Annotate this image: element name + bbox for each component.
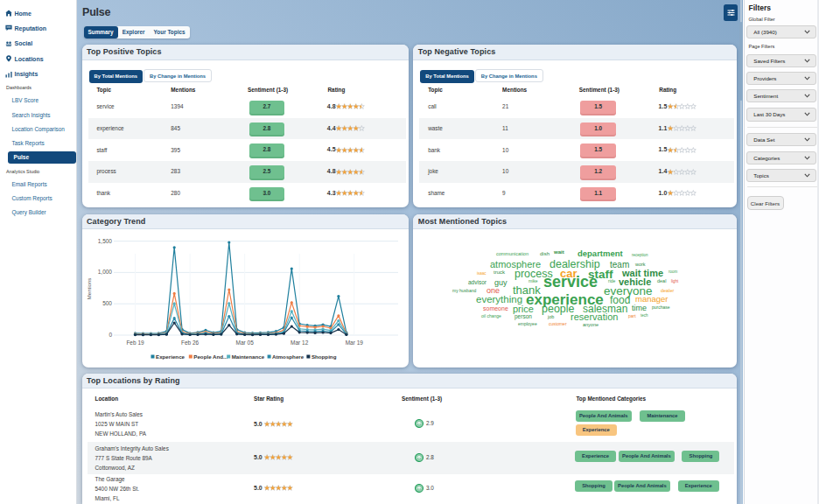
- svg-text:Shopping: Shopping: [311, 354, 336, 360]
- svg-text:Feb 19: Feb 19: [126, 340, 144, 346]
- svg-text:0: 0: [108, 332, 112, 338]
- svg-text:Feb 26: Feb 26: [180, 340, 199, 346]
- svg-text:Mar 19: Mar 19: [345, 340, 363, 346]
- svg-text:Mar 12: Mar 12: [290, 340, 309, 346]
- svg-text:Maintenance: Maintenance: [231, 354, 264, 360]
- svg-text:Atmosphere: Atmosphere: [272, 354, 304, 360]
- svg-text:1,000: 1,000: [97, 269, 112, 275]
- svg-text:500: 500: [102, 300, 112, 306]
- svg-text:People And...: People And...: [193, 354, 228, 360]
- svg-text:Experience: Experience: [156, 354, 186, 360]
- svg-text:1,500: 1,500: [97, 238, 112, 244]
- svg-text:Mar 05: Mar 05: [235, 340, 254, 346]
- svg-text:Mentions: Mentions: [87, 278, 92, 299]
